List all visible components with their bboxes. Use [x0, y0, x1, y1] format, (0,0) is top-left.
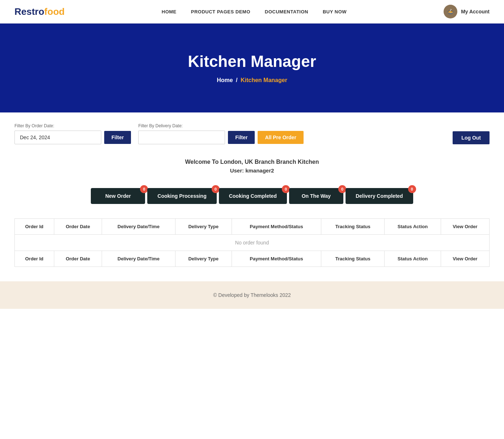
welcome-area: Welcome To London, UK Branch Branch Kitc… [0, 148, 504, 177]
avatar: 🍲 [444, 5, 457, 18]
all-pre-order-button[interactable]: All Pre Order [258, 131, 303, 144]
table-header-payment-method-status: Payment Method/Status [232, 251, 321, 267]
status-badge: 0 [212, 185, 220, 193]
account-area[interactable]: 🍲 My Account [444, 5, 490, 18]
status-badge: 0 [408, 185, 416, 193]
no-order-text: No order found [15, 235, 490, 251]
table-header-tracking-status: Tracking Status [321, 219, 385, 235]
nav-item[interactable]: BUY NOW [323, 8, 347, 15]
table-header-delivery-type: Delivery Type [175, 219, 232, 235]
status-button-new-order[interactable]: New Order0 [91, 188, 145, 204]
delivery-date-input[interactable] [138, 131, 225, 144]
status-buttons-area: New Order0Cooking Processing0Cooking Com… [0, 177, 504, 211]
no-order-row: No order found [15, 235, 490, 251]
status-button-cooking-processing[interactable]: Cooking Processing0 [147, 188, 216, 204]
nav-link[interactable]: PRODUCT PAGES DEMO [191, 9, 250, 14]
delivery-date-row: Filter All Pre Order [138, 131, 304, 144]
nav-link[interactable]: BUY NOW [323, 9, 347, 14]
site-footer: © Developed by Themelooks 2022 [0, 281, 504, 309]
logout-button[interactable]: Log Out [453, 131, 490, 144]
table-header-order-date: Order Date [54, 251, 102, 267]
table-header-payment-method-status: Payment Method/Status [232, 219, 321, 235]
table-header-status-action: Status Action [385, 251, 441, 267]
table-header-delivery-type: Delivery Type [175, 251, 232, 267]
nav-item[interactable]: DOCUMENTATION [265, 8, 308, 15]
status-badge: 0 [140, 185, 148, 193]
breadcrumb: Home / Kitchen Manager [0, 77, 504, 84]
status-button-on-the-way[interactable]: On The Way0 [289, 188, 343, 204]
table-area: Order IdOrder DateDelivery Date/TimeDeli… [0, 211, 504, 281]
status-button-delivery-completed[interactable]: Delivery Completed0 [346, 188, 413, 204]
logo-food: food [44, 6, 64, 17]
breadcrumb-current: Kitchen Manager [241, 77, 287, 83]
filter-area: Filter By Order Date: Filter Filter By D… [0, 112, 504, 148]
breadcrumb-separator: / [236, 77, 237, 83]
page-title: Kitchen Manager [0, 52, 504, 71]
status-badge: 0 [282, 185, 290, 193]
site-logo: Restrofood [14, 6, 65, 17]
order-date-group: Filter By Order Date: Filter [14, 123, 131, 144]
nav-link[interactable]: DOCUMENTATION [265, 9, 308, 14]
table-header-view-order: View Order [441, 219, 489, 235]
delivery-date-label: Filter By Delivery Date: [138, 123, 304, 128]
table-header-tracking-status: Tracking Status [321, 251, 385, 267]
hero-section: Kitchen Manager Home / Kitchen Manager [0, 24, 504, 112]
account-label: My Account [461, 9, 490, 14]
delivery-date-filter-button[interactable]: Filter [228, 131, 255, 144]
table-header-order-id: Order Id [15, 251, 54, 267]
main-nav: HOMEPRODUCT PAGES DEMODOCUMENTATIONBUY N… [162, 8, 347, 15]
status-button-cooking-completed[interactable]: Cooking Completed0 [219, 188, 287, 204]
footer-text: © Developed by Themelooks 2022 [213, 292, 291, 298]
order-date-row: Filter [14, 131, 131, 144]
table-header-order-id: Order Id [15, 219, 54, 235]
order-date-input[interactable] [14, 131, 101, 144]
logo-restro: Restro [14, 6, 44, 17]
breadcrumb-home[interactable]: Home [217, 77, 233, 83]
delivery-date-group: Filter By Delivery Date: Filter All Pre … [138, 123, 304, 144]
user-text: User: kmanager2 [14, 167, 490, 174]
table-header-delivery-date-time: Delivery Date/Time [102, 219, 175, 235]
order-date-filter-button[interactable]: Filter [104, 131, 131, 144]
orders-table: Order IdOrder DateDelivery Date/TimeDeli… [14, 218, 490, 267]
nav-item[interactable]: HOME [162, 8, 177, 15]
order-date-label: Filter By Order Date: [14, 123, 131, 128]
table-header-delivery-date-time: Delivery Date/Time [102, 251, 175, 267]
table-header-view-order: View Order [441, 251, 489, 267]
status-badge: 0 [338, 185, 346, 193]
nav-link[interactable]: HOME [162, 9, 177, 14]
branch-welcome-text: Welcome To London, UK Branch Branch Kitc… [14, 159, 490, 165]
table-header-status-action: Status Action [385, 219, 441, 235]
table-header-order-date: Order Date [54, 219, 102, 235]
nav-item[interactable]: PRODUCT PAGES DEMO [191, 8, 250, 15]
site-header: Restrofood HOMEPRODUCT PAGES DEMODOCUMEN… [0, 0, 504, 24]
